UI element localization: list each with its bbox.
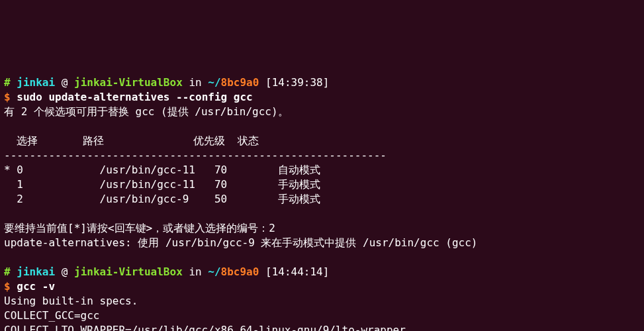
prompt2-dollar: $ (4, 280, 11, 293)
prompt-in: in (189, 76, 201, 89)
alt-intro: 有 2 个候选项可用于替换 gcc (提供 /usr/bin/gcc)。 (4, 105, 289, 118)
prompt-at: @ (62, 76, 68, 89)
alt-header: 选择 路径 优先级 状态 (4, 134, 259, 147)
prompt2-hash: # (4, 265, 11, 278)
command-2: gcc -v (17, 280, 55, 293)
alt-row-1: 1 /usr/bin/gcc-11 70 手动模式 (4, 178, 320, 191)
prompt-dollar: $ (4, 91, 11, 103)
prompt-user: jinkai (17, 76, 55, 89)
prompt2-user: jinkai (17, 265, 55, 278)
gcc-line-3: COLLECT_LTO_WRAPPER=/usr/lib/gcc/x86_64-… (4, 324, 406, 331)
command-1: sudo update-alternatives --config gcc (17, 91, 252, 103)
prompt2-tilde: ~/ (208, 265, 220, 278)
terminal-area[interactable]: # jinkai @ jinkai-VirtualBox in ~/8bc9a0… (0, 73, 644, 331)
prompt-time: [14:39:38] (265, 76, 329, 89)
prompt2-time: [14:44:14] (265, 265, 329, 278)
prompt2-host: jinkai-VirtualBox (74, 265, 183, 278)
alt-prompt-line: 要维持当前值[*]请按<回车键>，或者键入选择的编号：2 (4, 222, 275, 234)
prompt2-dir: 8bc9a0 (221, 265, 259, 278)
alt-row-2: 2 /usr/bin/gcc-9 50 手动模式 (4, 193, 320, 205)
prompt-host: jinkai-VirtualBox (74, 76, 183, 89)
prompt-dir: 8bc9a0 (221, 76, 259, 89)
gcc-line-1: Using built-in specs. (4, 295, 138, 307)
alt-result: update-alternatives: 使用 /usr/bin/gcc-9 来… (4, 236, 477, 249)
prompt-hash: # (4, 76, 11, 89)
alt-row-0: * 0 /usr/bin/gcc-11 70 自动模式 (4, 164, 320, 176)
prompt-tilde: ~/ (208, 76, 220, 89)
prompt2-in: in (189, 265, 201, 278)
gcc-line-2: COLLECT_GCC=gcc (4, 309, 100, 322)
alt-divider: ----------------------------------------… (4, 149, 387, 162)
prompt2-at: @ (62, 265, 68, 278)
